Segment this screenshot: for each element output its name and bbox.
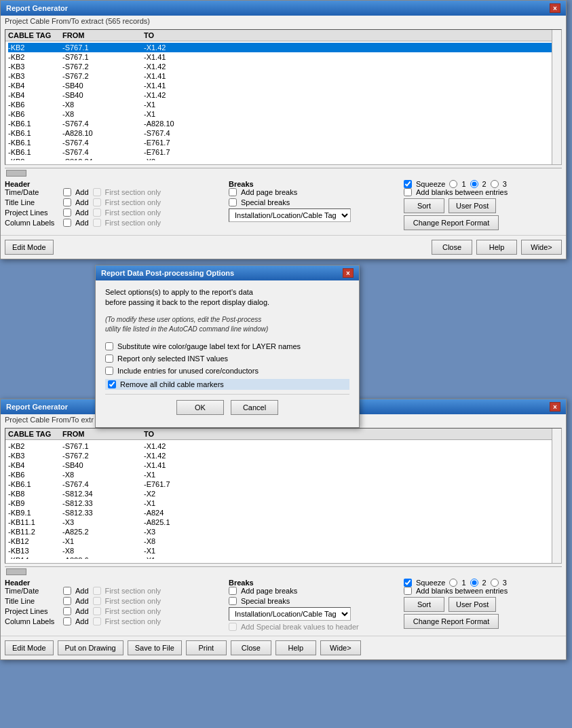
- special-breaks-cb-2[interactable]: [229, 597, 237, 605]
- table-row[interactable]: -KB6.1-A828.10-S767.4: [8, 128, 558, 138]
- squeeze-radio-3-2[interactable]: [491, 579, 499, 587]
- change-report-format-btn-2[interactable]: Change Report Format: [404, 614, 499, 629]
- col-labels-first-cb-1[interactable]: [93, 219, 101, 227]
- squeeze-radio-3-1[interactable]: [491, 180, 499, 188]
- table-row[interactable]: -KB11.2-A825.2-X3: [8, 527, 558, 536]
- dialog-ok-btn[interactable]: OK: [176, 400, 224, 415]
- time-date-add-label-1: Add: [75, 188, 89, 196]
- breaks-dropdown-1[interactable]: Installation/Location/Cable Tag: [229, 208, 351, 222]
- time-date-first-cb-2[interactable]: [93, 587, 101, 595]
- special-breaks-cb-1[interactable]: [229, 198, 237, 206]
- close-btn-1[interactable]: ×: [550, 3, 560, 13]
- col-labels-first-cb-2[interactable]: [93, 617, 101, 625]
- title-line-first-cb-1[interactable]: [93, 198, 101, 206]
- table-row[interactable]: -KB6.1-S767.4-A828.10: [8, 119, 558, 128]
- scrollbar-v-2[interactable]: [552, 429, 561, 563]
- time-date-add-cb-2[interactable]: [63, 587, 71, 595]
- table-row[interactable]: -KB2-S767.1-X1.42: [8, 441, 558, 451]
- sort-btn-2[interactable]: Sort: [404, 597, 444, 612]
- table-row[interactable]: -KB6-X8-X1: [8, 109, 558, 119]
- squeeze-radio-2-1[interactable]: [470, 180, 478, 188]
- dialog-opt2-cb[interactable]: [105, 354, 113, 363]
- table-row[interactable]: -KB3-S767.2-X1.41: [8, 71, 558, 81]
- time-date-label-1: Time/Date: [5, 188, 59, 196]
- table-row[interactable]: -KB6-X8-X1: [8, 100, 558, 109]
- scrollbar-v-1[interactable]: [552, 30, 561, 164]
- dialog-cancel-btn[interactable]: Cancel: [231, 400, 278, 415]
- table-row[interactable]: -KB9-S812.33-X1: [8, 498, 558, 508]
- user-post-btn-2[interactable]: User Post: [449, 597, 496, 612]
- table-row[interactable]: -KB4-SB40-X1.42: [8, 90, 558, 100]
- wide-btn-2[interactable]: Wide>: [320, 640, 361, 655]
- header-section-1: Header Time/Date Add First section only …: [5, 180, 229, 232]
- put-on-drawing-btn[interactable]: Put on Drawing: [58, 640, 123, 655]
- squeeze-radio-1-1[interactable]: [449, 180, 457, 188]
- add-blanks-cb-2[interactable]: [404, 587, 412, 595]
- change-report-format-btn-1[interactable]: Change Report Format: [404, 215, 499, 230]
- close-btn-2[interactable]: ×: [550, 402, 560, 412]
- table-row[interactable]: -KB6.1-S767.4-E761.7: [8, 138, 558, 147]
- time-date-add-cb-1[interactable]: [63, 188, 71, 196]
- squeeze-radio-2-2[interactable]: [470, 579, 478, 587]
- h-scroll-thumb-1[interactable]: [6, 170, 26, 177]
- squeeze-cb-2[interactable]: [404, 579, 412, 587]
- title-line-add-cb-1[interactable]: [63, 198, 71, 206]
- close-btn-footer-1[interactable]: Close: [432, 240, 472, 255]
- table-row[interactable]: -KB2-S767.1-X1.41: [8, 52, 558, 62]
- table-row[interactable]: -KB3-S767.2-X1.42: [8, 451, 558, 460]
- dialog-close-btn[interactable]: ×: [343, 268, 354, 278]
- help-btn-1[interactable]: Help: [476, 240, 517, 255]
- h-scroll-thumb-2[interactable]: [6, 568, 26, 575]
- table-row[interactable]: -KB8-S812.34-X2: [8, 489, 558, 498]
- table-row[interactable]: -KB14-A828.6-X1: [8, 556, 558, 559]
- squeeze-cb-1[interactable]: [404, 180, 412, 188]
- table-data-2[interactable]: -KB2-S767.1-X1.42-KB3-S767.2-X1.42-KB4-S…: [5, 440, 561, 559]
- wide-btn-1[interactable]: Wide>: [521, 240, 562, 255]
- table-row[interactable]: -KB11.1-X3-A825.1: [8, 517, 558, 527]
- table-row[interactable]: -KB12-X1-X8: [8, 536, 558, 546]
- table-row[interactable]: -KB6-X8-X1: [8, 470, 558, 479]
- table-data-1[interactable]: -KB2-S767.1-X1.42-KB2-S767.1-X1.41-KB3-S…: [5, 41, 561, 160]
- print-btn[interactable]: Print: [186, 640, 227, 655]
- table-row[interactable]: -KB8-S812.34-X2: [8, 157, 558, 160]
- add-special-break-cb-2[interactable]: [229, 623, 237, 631]
- title-line-add-label-2: Add: [75, 597, 89, 605]
- h-scroll-1[interactable]: [5, 168, 562, 177]
- table-row[interactable]: -KB4-SB40-X1.41: [8, 460, 558, 470]
- dialog-opt4-cb[interactable]: [108, 380, 116, 388]
- col-labels-add-cb-2[interactable]: [63, 617, 71, 625]
- project-lines-add-cb-2[interactable]: [63, 607, 71, 615]
- edit-mode-btn-2[interactable]: Edit Mode: [5, 640, 54, 655]
- dialog-opt1-cb[interactable]: [105, 342, 113, 350]
- user-post-btn-1[interactable]: User Post: [449, 198, 496, 213]
- dialog-opt3-cb[interactable]: [105, 367, 113, 375]
- add-page-breaks-cb-1[interactable]: [229, 188, 237, 196]
- help-btn-2[interactable]: Help: [275, 640, 316, 655]
- edit-mode-btn-1[interactable]: Edit Mode: [5, 240, 54, 255]
- table-row[interactable]: -KB6.1-S767.4-E761.7: [8, 479, 558, 489]
- col-labels-add-cb-1[interactable]: [63, 219, 71, 227]
- special-breaks-label-2: Special breaks: [241, 597, 290, 605]
- table-row[interactable]: -KB6.1-S767.4-E761.7: [8, 147, 558, 157]
- table-row[interactable]: -KB13-X8-X1: [8, 546, 558, 556]
- squeeze-radio-1-2[interactable]: [449, 579, 457, 587]
- save-to-file-btn[interactable]: Save to File: [128, 640, 182, 655]
- title-line-add-cb-2[interactable]: [63, 597, 71, 605]
- project-lines-first-cb-2[interactable]: [93, 607, 101, 615]
- breaks-dropdown-2[interactable]: Installation/Location/Cable Tag: [229, 607, 351, 621]
- sort-btn-1[interactable]: Sort: [404, 198, 444, 213]
- table-row[interactable]: -KB3-S767.2-X1.42: [8, 62, 558, 71]
- title-line-first-cb-2[interactable]: [93, 597, 101, 605]
- add-blanks-cb-1[interactable]: [404, 188, 412, 196]
- table-row[interactable]: -KB9.1-S812.33-A824: [8, 508, 558, 517]
- h-scroll-2[interactable]: [5, 566, 562, 576]
- add-page-breaks-cb-2[interactable]: [229, 587, 237, 595]
- table-row[interactable]: -KB2-S767.1-X1.42: [8, 43, 558, 52]
- close-btn-2-footer[interactable]: Close: [231, 640, 271, 655]
- table-row[interactable]: -KB4-SB40-X1.41: [8, 81, 558, 90]
- project-lines-first-cb-1[interactable]: [93, 208, 101, 217]
- col-labels-first-label-1: First section only: [105, 219, 161, 227]
- time-date-first-cb-1[interactable]: [93, 188, 101, 196]
- project-lines-add-cb-1[interactable]: [63, 208, 71, 217]
- time-date-row-1: Time/Date Add First section only: [5, 188, 229, 196]
